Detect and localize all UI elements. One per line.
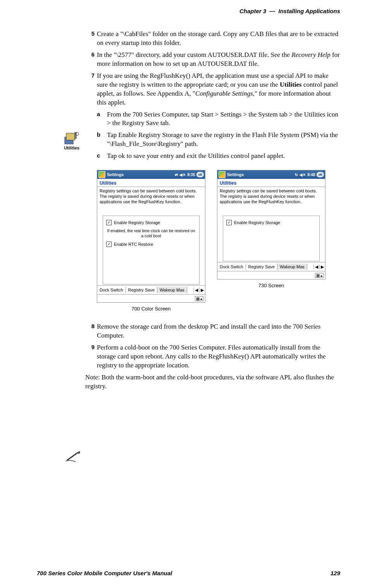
description-text: Registry settings can be saved between c… <box>217 187 325 215</box>
clock-time: 8:35 <box>187 173 195 177</box>
tab-dock-switch[interactable]: Dock Switch <box>97 287 126 293</box>
step-body: If you are using the RegFlushKey() API, … <box>97 72 340 107</box>
step-number: 7 <box>85 72 97 107</box>
manual-title: 700 Series Color Mobile Computer User's … <box>37 570 172 576</box>
tab-wakeup[interactable]: Wakeup Mas <box>157 287 187 293</box>
step-6: 6 In the "\2577" directory, add your cus… <box>85 51 340 69</box>
screenshot-caption: 700 Color Screen <box>97 306 205 312</box>
tab-scroll-left-icon[interactable]: ◀ <box>313 264 319 269</box>
substep-letter: b <box>97 131 107 149</box>
header-sep: — <box>269 8 275 14</box>
step-number: 8 <box>85 322 97 340</box>
connectivity-icon: ⇄ <box>175 173 178 177</box>
speaker-icon: ◀✕ <box>300 173 306 177</box>
checkbox-label: Enable RTC Restore <box>114 242 153 247</box>
description-text: Registry settings can be saved between c… <box>97 187 205 215</box>
screenshot-caption: 730 Screen <box>217 283 325 288</box>
enable-rtc-checkbox[interactable]: ✓ <box>106 242 112 247</box>
step-body: Create a "\CabFiles" folder on the stora… <box>97 30 340 48</box>
step-9: 9 Perform a cold-boot on the 700 Series … <box>85 343 340 370</box>
start-icon[interactable] <box>98 171 105 178</box>
recovery-help-ref: Recovery Help <box>291 51 331 58</box>
substep-c: c Tap ok to save your entry and exit the… <box>97 152 340 161</box>
status-icons: ↻ ◀✕ 8:48 <box>295 173 315 177</box>
window-titlebar: Settings ⇄ ◀✕ 8:35 ok <box>97 170 205 179</box>
status-icons: ⇄ ◀✕ 8:35 <box>175 173 195 177</box>
window-title: Settings <box>227 172 244 177</box>
enable-registry-checkbox[interactable]: ✓ <box>106 220 112 225</box>
utilities-icon <box>64 132 79 145</box>
device-700-color: Settings ⇄ ◀✕ 8:35 ok Utilities Registry… <box>97 170 205 312</box>
sip-bar: ▦▴ <box>97 294 205 302</box>
applet-title: Utilities <box>97 179 205 187</box>
step-body: Remove the storage card from the desktop… <box>97 322 340 340</box>
checkbox-label: Enable Registry Storage <box>114 220 160 225</box>
start-icon[interactable] <box>219 171 226 178</box>
ok-button[interactable]: ok <box>196 172 204 177</box>
step-body: Perform a cold-boot on the 700 Series Co… <box>97 343 340 370</box>
device-730: Settings ↻ ◀✕ 8:48 ok Utilities Registry… <box>217 170 325 312</box>
tab-scroll-left-icon[interactable]: ◀ <box>193 288 199 293</box>
chapter-number: Chapter 3 <box>239 8 266 14</box>
step-number: 9 <box>85 343 97 370</box>
tab-scroll-right-icon[interactable]: ▶ <box>199 288 205 293</box>
page-footer: 700 Series Color Mobile Computer User's … <box>37 570 340 576</box>
note-icon <box>64 450 81 463</box>
note-label: Note <box>85 374 98 381</box>
note-margin-icon <box>64 450 81 463</box>
step-7: 7 If you are using the RegFlushKey() API… <box>85 72 340 107</box>
tab-registry-save[interactable]: Registry Save <box>246 264 277 270</box>
utilities-margin-icon: Utilities <box>64 132 79 150</box>
svg-rect-1 <box>66 133 75 140</box>
settings-panel: ✓ Enable Registry Storage If enabled, th… <box>103 216 200 285</box>
step-8: 8 Remove the storage card from the deskt… <box>85 322 340 340</box>
tab-strip: Dock Switch Registry Save Wakeup Mas ◀ ▶ <box>97 285 205 294</box>
step-5: 5 Create a "\CabFiles" folder on the sto… <box>85 30 340 48</box>
window-titlebar: Settings ↻ ◀✕ 8:48 ok <box>217 170 325 179</box>
tab-strip: Dock Switch Registry Save Wakeup Mas ◀ ▶ <box>217 262 325 271</box>
utilities-icon-label: Utilities <box>64 146 79 150</box>
clock-time: 8:48 <box>307 173 315 177</box>
sip-bar: ▦▴ <box>217 271 325 279</box>
applet-title: Utilities <box>217 179 325 187</box>
step-number: 5 <box>85 30 97 48</box>
enable-registry-checkbox[interactable]: ✓ <box>226 220 232 225</box>
substep-letter: a <box>97 110 107 128</box>
substep-letter: c <box>97 152 107 161</box>
sync-icon: ↻ <box>295 173 298 177</box>
speaker-icon: ◀✕ <box>179 173 186 177</box>
settings-panel: ✓ Enable Registry Storage <box>223 216 320 261</box>
step-body: In the "\2577" directory, add your custo… <box>97 51 340 69</box>
checkbox-label: Enable Registry Storage <box>234 220 280 225</box>
substep-b: b Tap Enable Registry Storage to save th… <box>97 131 340 149</box>
note: Note: Both the warm-boot and the cold-bo… <box>85 373 340 391</box>
tab-scroll-right-icon[interactable]: ▶ <box>319 264 325 269</box>
tab-wakeup[interactable]: Wakeup Mas <box>277 264 307 270</box>
window-title: Settings <box>107 172 124 177</box>
substep-a: a From the 700 Series Computer, tap Star… <box>97 110 340 128</box>
running-header: Chapter 3 — Installing Applications <box>37 8 340 14</box>
keyboard-icon[interactable]: ▦▴ <box>315 273 324 278</box>
screenshots-row: Settings ⇄ ◀✕ 8:35 ok Utilities Registry… <box>97 170 340 312</box>
tab-registry-save[interactable]: Registry Save <box>126 287 157 293</box>
tab-dock-switch[interactable]: Dock Switch <box>217 264 246 270</box>
page-number: 129 <box>331 570 340 576</box>
chapter-title: Installing Applications <box>279 8 340 14</box>
step-number: 6 <box>85 51 97 69</box>
keyboard-icon[interactable]: ▦▴ <box>195 296 203 301</box>
hint-text: If enabled, the real time clock can be r… <box>106 228 196 238</box>
note-text: : Both the warm-boot and the cold-boot p… <box>85 374 334 390</box>
ok-button[interactable]: ok <box>317 172 324 177</box>
